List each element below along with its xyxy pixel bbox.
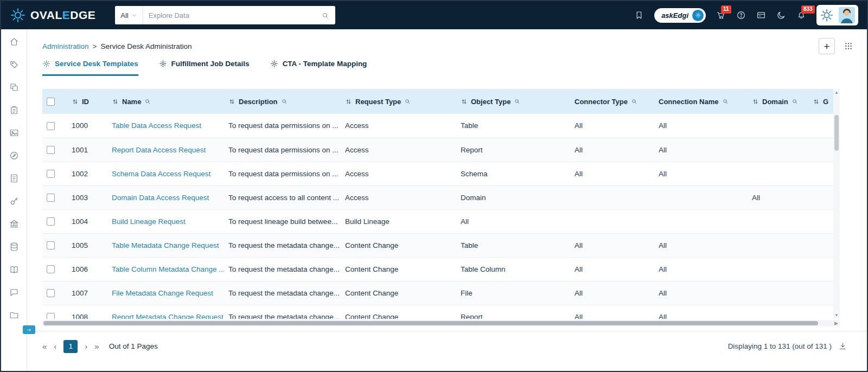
sidebar-item-bank[interactable] bbox=[9, 219, 19, 229]
template-name-link[interactable]: Domain Data Access Request bbox=[112, 194, 209, 202]
cart-icon[interactable]: 11 bbox=[716, 10, 726, 20]
sidebar-item-book[interactable] bbox=[9, 265, 19, 274]
template-name-link[interactable]: Table Data Access Request bbox=[112, 121, 201, 130]
template-name-link[interactable]: Table Metadata Change Request bbox=[112, 241, 219, 249]
cell-request_type: Access bbox=[341, 162, 456, 185]
cell-description: To request data permissions on ... bbox=[224, 162, 341, 185]
sidebar-item-key[interactable] bbox=[9, 196, 19, 206]
column-search-icon[interactable] bbox=[514, 98, 520, 105]
tab-fulfillment-job-details[interactable]: Fulfillment Job Details bbox=[159, 60, 250, 76]
sidebar-item-report[interactable] bbox=[9, 174, 19, 183]
search-icon[interactable] bbox=[315, 11, 335, 20]
card-icon[interactable] bbox=[756, 10, 766, 20]
column-header-name[interactable]: Name bbox=[107, 89, 224, 114]
page: OVALEDGE All askEdgi 11 bbox=[0, 0, 868, 372]
bookmark-icon[interactable] bbox=[634, 10, 644, 20]
row-checkbox[interactable] bbox=[47, 313, 55, 319]
bank-icon bbox=[9, 219, 19, 229]
first-page-button[interactable]: « bbox=[42, 342, 47, 351]
sort-icon[interactable] bbox=[228, 98, 235, 105]
sidebar-item-folder[interactable] bbox=[9, 310, 19, 320]
sort-icon[interactable] bbox=[752, 98, 759, 105]
brand-logo[interactable]: OVALEDGE bbox=[10, 7, 95, 23]
sidebar-item-image[interactable] bbox=[9, 128, 19, 138]
prev-page-button[interactable]: ‹ bbox=[54, 342, 56, 351]
scroll-right-arrow-icon[interactable]: ▶ bbox=[834, 320, 838, 326]
column-header-request-type[interactable]: Request Type bbox=[341, 89, 456, 114]
column-search-icon[interactable] bbox=[281, 98, 288, 105]
row-checkbox[interactable] bbox=[47, 146, 55, 154]
template-name-link[interactable]: Schema Data Access Request bbox=[112, 170, 210, 178]
horizontal-scrollbar[interactable]: ▶ bbox=[42, 320, 840, 326]
search-scope-dropdown[interactable]: All bbox=[115, 6, 143, 24]
sidebar-item-clipboard[interactable] bbox=[9, 105, 19, 115]
row-checkbox[interactable] bbox=[47, 170, 55, 178]
row-checkbox[interactable] bbox=[47, 241, 55, 249]
dark-mode-moon-icon[interactable] bbox=[776, 10, 786, 20]
sidebar-expand-button[interactable] bbox=[23, 325, 35, 334]
column-header-id[interactable]: ID bbox=[67, 89, 107, 114]
row-checkbox[interactable] bbox=[47, 265, 55, 273]
column-header-connection-name[interactable]: Connection Name bbox=[654, 89, 748, 114]
select-all-checkbox[interactable] bbox=[47, 98, 55, 106]
scroll-up-arrow-icon[interactable]: ▲ bbox=[834, 90, 839, 95]
column-search-icon[interactable] bbox=[631, 98, 637, 105]
sidebar-item-copy[interactable] bbox=[9, 82, 19, 92]
column-header-description[interactable]: Description bbox=[224, 89, 341, 114]
brand-part-1: OVAL bbox=[30, 9, 62, 21]
sort-icon[interactable] bbox=[112, 98, 119, 105]
sidebar-item-chat[interactable] bbox=[9, 287, 19, 297]
sidebar-item-database[interactable] bbox=[9, 242, 19, 252]
sidebar-item-compass[interactable] bbox=[9, 151, 19, 161]
cell-select bbox=[42, 162, 67, 185]
last-page-button[interactable]: » bbox=[94, 342, 99, 351]
column-search-icon[interactable] bbox=[404, 98, 411, 105]
column-header-connector-type[interactable]: Connector Type bbox=[570, 89, 654, 114]
column-search-icon[interactable] bbox=[144, 98, 151, 105]
notifications-bell-icon[interactable]: 833 bbox=[796, 10, 806, 20]
search-input[interactable] bbox=[143, 11, 316, 20]
cell-request_type: Access bbox=[341, 114, 456, 138]
row-checkbox[interactable] bbox=[47, 217, 55, 226]
download-icon[interactable] bbox=[838, 342, 847, 351]
sort-icon[interactable] bbox=[72, 98, 79, 105]
template-name-link[interactable]: File Metadata Change Request bbox=[112, 289, 213, 297]
current-page-button[interactable]: 1 bbox=[63, 340, 78, 353]
help-icon[interactable] bbox=[736, 10, 746, 20]
tab-cta-template-mapping[interactable]: CTA - Template Mapping bbox=[270, 60, 367, 76]
row-checkbox[interactable] bbox=[47, 194, 55, 202]
pages-label: Out of 1 Pages bbox=[109, 342, 158, 350]
add-button[interactable]: + bbox=[819, 38, 835, 54]
sort-icon[interactable] bbox=[345, 98, 352, 105]
profile-menu[interactable] bbox=[816, 5, 858, 25]
row-checkbox[interactable] bbox=[47, 289, 55, 297]
column-label: Domain bbox=[762, 98, 788, 106]
vertical-scrollbar[interactable]: ▲ ▼ bbox=[833, 89, 840, 319]
row-checkbox[interactable] bbox=[47, 122, 55, 130]
cell-connector_type: All bbox=[570, 281, 654, 305]
user-avatar[interactable] bbox=[839, 7, 855, 23]
vertical-scrollbar-thumb[interactable] bbox=[834, 115, 839, 151]
horizontal-scrollbar-thumb[interactable] bbox=[43, 321, 818, 325]
breadcrumb-administration-link[interactable]: Administration bbox=[42, 42, 89, 50]
template-name-link[interactable]: Build Lineage Request bbox=[112, 217, 186, 226]
sidebar-item-tag[interactable] bbox=[9, 60, 19, 69]
tab-service-desk-templates[interactable]: Service Desk Templates bbox=[42, 60, 138, 76]
next-page-button[interactable]: › bbox=[85, 342, 87, 351]
scroll-down-arrow-icon[interactable]: ▼ bbox=[834, 313, 839, 318]
template-name-link[interactable]: Report Metadata Change Request bbox=[112, 313, 224, 319]
sort-icon[interactable] bbox=[461, 98, 468, 105]
column-header-domain[interactable]: Domain bbox=[748, 89, 808, 114]
sort-icon[interactable] bbox=[813, 98, 820, 105]
askedgi-button[interactable]: askEdgi bbox=[654, 8, 706, 23]
column-search-icon[interactable] bbox=[792, 98, 798, 105]
column-header-object-type[interactable]: Object Type bbox=[456, 89, 570, 114]
cell-domain bbox=[748, 305, 808, 319]
cell-description: To request the metadata change... bbox=[224, 233, 341, 257]
tab-label: Service Desk Templates bbox=[55, 60, 138, 68]
template-name-link[interactable]: Report Data Access Request bbox=[112, 146, 206, 154]
template-name-link[interactable]: Table Column Metadata Change ... bbox=[112, 265, 224, 273]
apps-grid-icon[interactable] bbox=[844, 42, 853, 50]
sidebar-item-home[interactable] bbox=[9, 37, 19, 47]
column-search-icon[interactable] bbox=[722, 98, 729, 105]
